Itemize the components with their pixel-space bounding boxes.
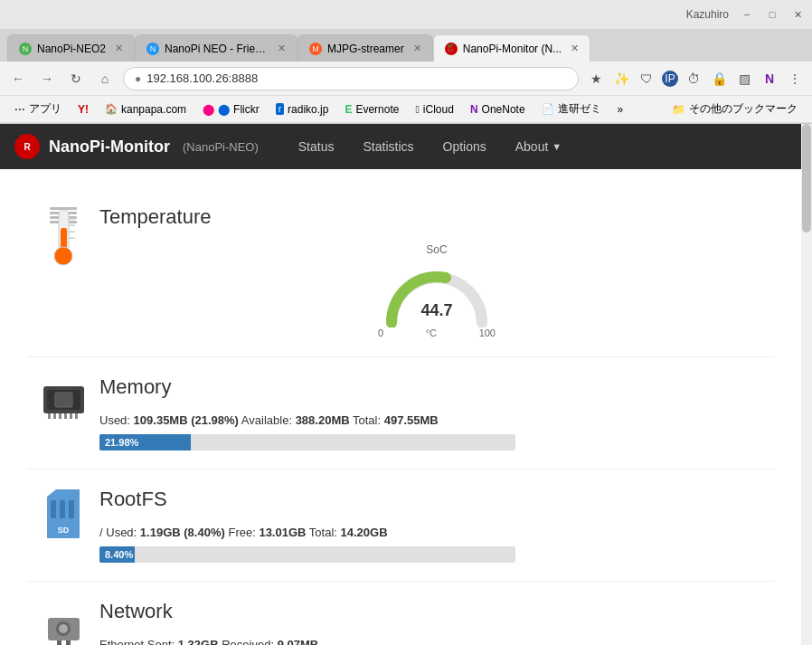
scrollbar[interactable] xyxy=(801,124,812,645)
svg-rect-23 xyxy=(51,500,56,518)
temperature-section: Temperature SoC 44.7 xyxy=(27,187,774,357)
tab-close-icon[interactable]: ✕ xyxy=(571,43,579,54)
close-button[interactable]: ✕ xyxy=(790,7,805,22)
toolbar-icons: ★ ✨ 🛡 IP ⏱ 🔒 ▨ N ⋮ xyxy=(586,69,805,89)
network-sent-label: Sent: xyxy=(147,638,175,645)
bookmark-evernote[interactable]: E Evernote xyxy=(337,101,406,118)
memory-icon-wrap xyxy=(27,375,99,425)
temperature-icon-wrap xyxy=(27,205,99,273)
nav-options[interactable]: Options xyxy=(430,132,499,161)
bookmark-flickr[interactable]: ⬤ ⬤ Flickr xyxy=(195,101,267,118)
tab-close-icon[interactable]: ✕ xyxy=(413,43,421,54)
navbar-logo: R xyxy=(14,134,40,159)
maximize-button[interactable]: □ xyxy=(765,7,779,22)
other-bookmarks-folder[interactable]: 📁 その他のブックマーク xyxy=(665,100,805,119)
tab-nanopi-neo2[interactable]: N NanoPi-NEO2 ✕ xyxy=(7,34,135,62)
yahoo-icon: Y! xyxy=(78,103,89,116)
shield-icon[interactable]: 🛡 xyxy=(637,69,656,89)
bookmark-apps[interactable]: ⋅⋅⋅ アプリ xyxy=(7,100,69,119)
gauge-soc-label: SoC xyxy=(426,243,447,256)
bookmark-icloud[interactable]:  iCloud xyxy=(408,101,460,118)
rootfs-used-label: Used: xyxy=(106,526,137,539)
scrollbar-thumb[interactable] xyxy=(802,124,811,232)
rootfs-used-value: 1.19GB xyxy=(140,526,181,539)
title-bar: Kazuhiro − □ ✕ xyxy=(0,0,812,29)
back-button[interactable]: ← xyxy=(7,68,29,90)
tab-mjpg-streamer[interactable]: M MJPG-streamer ✕ xyxy=(297,34,433,62)
memory-available-value: 388.20MB xyxy=(296,413,350,427)
network-title: Network xyxy=(99,600,774,623)
svg-rect-18 xyxy=(59,413,61,419)
tab-favicon: M xyxy=(309,43,322,55)
network-received-value: 9.07MB xyxy=(278,638,319,645)
bookmarks-bar: ⋅⋅⋅ アプリ Y! 🏠 kanpapa.com ⬤ ⬤ Flickr r ra… xyxy=(0,96,812,123)
bookmark-radiko[interactable]: r radiko.jp xyxy=(269,101,336,118)
vpn-icon[interactable]: IP xyxy=(662,71,678,87)
bookmark-more[interactable]: » xyxy=(610,101,631,118)
memory-used-pct: (21.98%) xyxy=(191,413,239,427)
network-sent-value: 1.32GB xyxy=(178,638,219,645)
address-bar: ← → ↻ ⌂ ● 192.168.100.26:8888 ★ ✨ 🛡 IP ⏱… xyxy=(0,62,812,96)
rootfs-free-label: Free: xyxy=(228,526,255,539)
home-button[interactable]: ⌂ xyxy=(94,68,116,90)
address-input[interactable]: ● 192.168.100.26:8888 xyxy=(123,67,579,90)
cast-icon[interactable]: ▨ xyxy=(734,69,754,89)
memory-progress-label: 21.98% xyxy=(105,437,138,448)
main-content: R NanoPi-Monitor (NanoPi-NEO) Status Sta… xyxy=(0,124,801,645)
rootfs-icon-wrap: SD xyxy=(27,488,99,540)
bookmark-label: その他のブックマーク xyxy=(689,101,798,117)
nav-statistics[interactable]: Statistics xyxy=(350,132,426,161)
nav-status[interactable]: Status xyxy=(286,132,347,161)
rootfs-body: RootFS / Used: 1.19GB (8.40%) Free: 13.0… xyxy=(99,488,774,563)
tab-nanopi-neo-friend[interactable]: N NanoPi NEO - Frien... ✕ xyxy=(135,34,297,62)
thermometer-icon xyxy=(39,205,89,273)
network-section: Network Ethernet Sent: 1.32GB Received: … xyxy=(27,582,774,645)
temperature-gauge: SoC 44.7 0 °C xyxy=(99,243,774,338)
tabs-bar: N NanoPi-NEO2 ✕ N NanoPi NEO - Frien... … xyxy=(0,29,812,62)
bookmark-kanpapa[interactable]: 🏠 kanpapa.com xyxy=(98,101,194,118)
memory-progress-fill: 21.98% xyxy=(99,434,191,451)
memory-title: Memory xyxy=(99,375,774,399)
folder-icon: 📁 xyxy=(672,103,685,116)
memory-progress-bar: 21.98% xyxy=(99,434,515,451)
user-name: Kazuhiro xyxy=(686,8,729,21)
menu-icon[interactable]: ⋮ xyxy=(785,69,805,89)
rootfs-total-label: Total: xyxy=(309,526,337,539)
network-stats-text: Ethernet Sent: 1.32GB Received: 9.07MB xyxy=(99,638,774,645)
clock-icon[interactable]: ⏱ xyxy=(684,69,703,89)
onenote-icon[interactable]: N xyxy=(760,69,779,89)
rootfs-progress-bar: 8.40% xyxy=(99,546,515,563)
svg-text:SD: SD xyxy=(58,526,70,535)
gauge-max: 100 xyxy=(479,327,496,338)
privacy-icon[interactable]: 🔒 xyxy=(709,69,729,89)
bookmark-star-icon[interactable]: ★ xyxy=(586,69,606,89)
bookmark-onenote[interactable]: N OneNote xyxy=(463,101,533,118)
tab-favicon: N xyxy=(19,43,32,55)
onenote-bm-icon: N xyxy=(470,103,478,116)
svg-rect-19 xyxy=(64,413,67,419)
tab-close-icon[interactable]: ✕ xyxy=(278,43,286,54)
about-label: About xyxy=(515,139,549,154)
gauge-unit: °C xyxy=(426,327,437,338)
tab-close-icon[interactable]: ✕ xyxy=(115,43,123,54)
minimize-button[interactable]: − xyxy=(740,7,754,22)
bookmark-yahoo[interactable]: Y! xyxy=(71,101,96,118)
tab-title: NanoPi-Monitor (N... xyxy=(463,43,562,55)
nav-about[interactable]: About ▼ xyxy=(503,132,574,161)
svg-rect-17 xyxy=(53,413,56,419)
bookmark-folder-other[interactable]: 📁 その他のブックマーク xyxy=(665,100,805,119)
tab-nanopi-monitor[interactable]: 🍒 NanoPi-Monitor (N... ✕ xyxy=(433,34,590,62)
rootfs-total-value: 14.20GB xyxy=(341,526,388,539)
temperature-body: Temperature SoC 44.7 xyxy=(99,205,774,338)
navbar: R NanoPi-Monitor (NanoPi-NEO) Status Sta… xyxy=(0,124,801,169)
forward-button[interactable]: → xyxy=(36,68,58,90)
bookmark-label: アプリ xyxy=(29,101,61,117)
bookmark-label: kanpapa.com xyxy=(121,103,186,116)
reload-button[interactable]: ↻ xyxy=(65,68,87,90)
svg-text:R: R xyxy=(24,142,31,152)
navbar-brand: R NanoPi-Monitor (NanoPi-NEO) xyxy=(14,134,259,159)
content-area: Temperature SoC 44.7 xyxy=(0,169,801,645)
pocket-icon[interactable]: ✨ xyxy=(611,69,631,89)
about-dropdown-icon: ▼ xyxy=(552,141,562,152)
bookmark-shinken[interactable]: 📄 進研ゼミ xyxy=(534,100,609,119)
